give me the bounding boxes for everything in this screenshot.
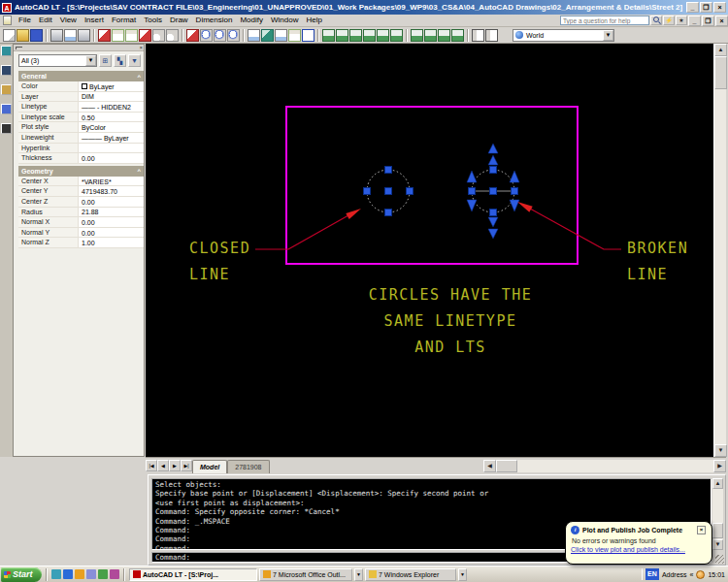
snap-tangent-icon[interactable] <box>424 29 437 42</box>
save-icon[interactable] <box>30 29 43 42</box>
quicklaunch-show-desktop-icon[interactable] <box>51 569 61 579</box>
favorites-star-icon[interactable]: ★ <box>676 16 687 25</box>
doc-close-button[interactable]: × <box>715 16 728 26</box>
language-indicator[interactable]: EN <box>645 568 659 580</box>
quicklaunch-outlook-icon[interactable] <box>75 569 84 579</box>
tab-first-icon[interactable]: |◀ <box>146 460 157 471</box>
scroll-up-icon[interactable]: ▲ <box>714 44 727 56</box>
quicklaunch-icon-6[interactable] <box>110 569 119 579</box>
menu-insert[interactable]: Insert <box>81 15 108 26</box>
paste-icon[interactable] <box>125 29 138 42</box>
dbconnect-icon[interactable] <box>288 29 301 42</box>
ucs-dropdown[interactable]: World ▼ <box>513 29 614 42</box>
tab-last-icon[interactable]: ▶| <box>181 460 192 471</box>
drawing-doc-icon[interactable] <box>3 16 12 25</box>
ucs-icon[interactable] <box>472 29 484 42</box>
section-general[interactable]: General^ <box>18 71 144 81</box>
collapse-chevron-icon[interactable]: ^ <box>137 168 141 174</box>
menu-modify[interactable]: Modify <box>236 15 267 26</box>
command-scrollbar[interactable]: ▲ ▼ <box>712 478 723 550</box>
pan-realtime-icon[interactable] <box>186 29 199 42</box>
collapse-chevron-icon[interactable]: ^ <box>137 74 141 80</box>
tray-chevron-icon[interactable]: « <box>690 571 694 578</box>
cut-icon[interactable] <box>98 29 111 42</box>
menu-file[interactable]: File <box>15 15 35 26</box>
canvas-horizontal-scrollbar[interactable]: ◀ ▶ <box>483 460 726 472</box>
snap-nearest-icon[interactable] <box>451 29 464 42</box>
menu-format[interactable]: Format <box>108 15 140 26</box>
quicklaunch-internet-explorer-icon[interactable] <box>63 569 73 579</box>
start-button[interactable]: Start <box>1 567 42 582</box>
outlook-group-chevron-icon[interactable]: ▼ <box>354 568 363 581</box>
palette-pin-icon[interactable] <box>16 47 22 49</box>
address-toolbar-label[interactable]: Address <box>662 571 687 578</box>
clock-tray-icon[interactable] <box>696 570 705 579</box>
side-toolbar-icon-2[interactable] <box>1 65 12 76</box>
open-icon[interactable] <box>17 29 29 42</box>
snap-perpendicular-icon[interactable] <box>438 29 450 42</box>
canvas-vertical-scrollbar[interactable]: ▲ ▼ <box>713 44 726 457</box>
match-properties-icon[interactable] <box>139 29 151 42</box>
menu-view[interactable]: View <box>56 15 81 26</box>
balloon-close-icon[interactable]: × <box>697 526 706 534</box>
snap-center-icon[interactable] <box>390 29 403 42</box>
palette-close-icon[interactable]: × <box>139 45 143 51</box>
resize-grip-icon[interactable] <box>715 555 724 564</box>
taskbar-button-autocad[interactable]: AutoCAD LT - [S:\Proj... <box>129 568 257 581</box>
model-space-canvas[interactable]: CLOSEDLINE BROKENLINE CIRCLES HAVE THESA… <box>146 44 713 457</box>
scroll-down-icon[interactable]: ▼ <box>714 444 727 457</box>
menu-window[interactable]: Window <box>267 15 302 26</box>
zoom-realtime-icon[interactable] <box>200 29 213 42</box>
quick-select-button[interactable]: ▼ <box>128 54 141 67</box>
menu-dimension[interactable]: Dimension <box>192 15 237 26</box>
scroll-right-icon[interactable]: ▶ <box>713 460 726 472</box>
comm-center-icon[interactable]: ⚡ <box>663 16 675 25</box>
named-views-icon[interactable] <box>485 29 498 42</box>
tab-prev-icon[interactable]: ◀ <box>157 460 169 471</box>
snap-midpoint-icon[interactable] <box>363 29 376 42</box>
taskbar-button-explorer[interactable]: 7 Windows Explorer <box>365 568 456 581</box>
selection-filter-dropdown[interactable]: All (3) ▼ <box>18 54 97 67</box>
designcenter-icon[interactable] <box>261 29 274 42</box>
scroll-down-icon[interactable]: ▼ <box>712 539 723 550</box>
tab-model[interactable]: Model <box>192 460 227 473</box>
horizontal-scroll-thumb[interactable] <box>496 460 517 472</box>
doc-restore-button[interactable]: ❐ <box>702 16 714 26</box>
snap-quadrant-icon[interactable] <box>411 29 423 42</box>
side-toolbar-icon-1[interactable] <box>1 46 12 56</box>
snap-endpoint-icon[interactable] <box>349 29 362 42</box>
side-toolbar-icon-5[interactable] <box>1 123 12 134</box>
command-scroll-thumb[interactable] <box>712 523 723 538</box>
plot-preview-icon[interactable] <box>64 29 77 42</box>
chevron-down-icon[interactable]: ▼ <box>603 30 613 41</box>
menu-draw[interactable]: Draw <box>166 15 192 26</box>
properties-icon[interactable] <box>248 29 260 42</box>
quicklaunch-icon-5[interactable] <box>98 569 108 579</box>
copy-icon[interactable] <box>112 29 124 42</box>
menu-edit[interactable]: Edit <box>35 15 56 26</box>
tab-next-icon[interactable]: ▶ <box>169 460 181 471</box>
scroll-left-icon[interactable]: ◀ <box>483 460 496 472</box>
balloon-details-link[interactable]: Click to view plot and publish details..… <box>571 546 706 553</box>
explorer-group-chevron-icon[interactable]: ▼ <box>458 568 467 581</box>
new-icon[interactable] <box>3 29 16 42</box>
side-toolbar-icon-3[interactable] <box>1 84 12 95</box>
tab-layout-2781908[interactable]: 2781908 <box>227 460 269 473</box>
undo-icon[interactable] <box>152 29 165 42</box>
zoom-previous-icon[interactable] <box>227 29 240 42</box>
close-button[interactable]: × <box>713 2 726 13</box>
help-icon[interactable] <box>302 29 314 42</box>
doc-minimize-button[interactable]: _ <box>688 16 701 26</box>
snap-from-icon[interactable] <box>336 29 348 42</box>
minimize-button[interactable]: _ <box>686 2 699 13</box>
zoom-window-icon[interactable] <box>214 29 226 42</box>
redo-icon[interactable] <box>166 29 179 42</box>
select-objects-button[interactable]: ▚ <box>114 54 126 67</box>
palette-grab-bar[interactable]: × <box>14 45 144 51</box>
scroll-up-icon[interactable]: ▲ <box>712 478 723 489</box>
menu-tools[interactable]: Tools <box>140 15 166 26</box>
quicklaunch-icon-4[interactable] <box>86 569 96 579</box>
snap-intersection-icon[interactable] <box>377 29 389 42</box>
search-icon[interactable] <box>650 16 662 25</box>
menu-help[interactable]: Help <box>302 15 325 26</box>
